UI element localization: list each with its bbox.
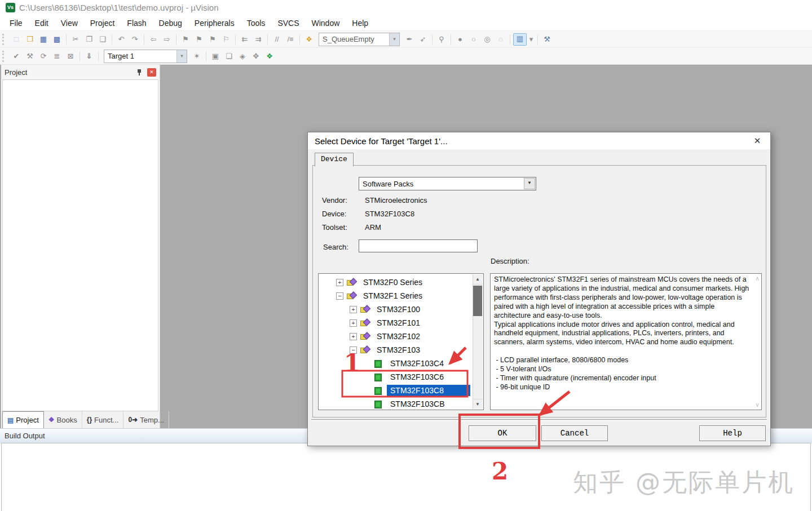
tree-item[interactable]: STM32F103C8 [319,384,473,397]
scroll-down-icon[interactable]: ▼ [473,399,482,409]
find-in-files-icon[interactable]: ✒ [403,34,416,45]
help-button[interactable]: Help [699,425,766,441]
new-file-icon[interactable]: □ [10,34,23,45]
insert-breakpoint-icon[interactable]: ● [454,34,466,45]
chevron-down-icon[interactable]: ▼ [176,50,187,63]
tab-project[interactable]: ▤ Project [2,411,44,428]
tab-books[interactable]: ❖ Books [44,411,82,428]
menu-item[interactable]: SVCS [271,16,305,30]
tree-expander-icon[interactable]: + [350,319,357,327]
open-folder-icon[interactable]: ❒ [24,34,36,45]
configure-flash-icon[interactable]: ❖ [303,34,315,45]
chevron-down-icon[interactable]: ▼ [389,33,399,46]
cancel-button[interactable]: Cancel [541,425,608,441]
download-icon[interactable]: ⇓ [83,51,95,62]
enable-breakpoint-icon[interactable]: ○ [467,34,480,45]
tree-item-label[interactable]: STM32F0 Series [360,277,426,288]
scroll-up-icon[interactable]: ▲ [473,274,482,285]
scroll-down-icon[interactable]: ∨ [755,401,760,408]
tree-item-label[interactable]: STM32F103C4 [387,358,447,369]
save-icon[interactable]: ▦ [37,34,50,45]
tree-scrollbar[interactable]: ▲ ▼ [473,274,483,409]
clear-bookmarks-icon[interactable]: ⚐ [220,34,232,45]
menu-item[interactable]: File [3,16,29,30]
tree-item-label[interactable]: STM32F103 [373,344,423,356]
tree-item-label[interactable]: STM32F103CB [387,398,448,409]
paste-icon[interactable]: ❑ [96,34,109,45]
find-icon[interactable]: ⚲ [435,34,448,45]
menu-item[interactable]: Edit [29,16,55,30]
tree-expander-icon[interactable]: − [350,346,357,354]
previous-bookmark-icon[interactable]: ⚑ [193,34,205,45]
translate-file-icon[interactable]: ✔ [10,51,23,62]
disable-all-breakpoints-icon[interactable]: ◎ [481,34,493,45]
toolbar-grip[interactable] [2,34,7,45]
tree-item[interactable]: + STM32F101 [319,316,473,330]
target-combobox[interactable]: Target 1 ▼ [104,50,187,63]
tab-templates[interactable]: 0➜ Temp... [123,411,169,428]
options-for-target-icon[interactable]: ✶ [191,51,203,62]
save-all-icon[interactable]: ▩ [51,34,63,45]
tree-expander-icon[interactable]: + [350,333,357,340]
scroll-up-icon[interactable]: ∧ [755,275,760,282]
indent-icon[interactable]: ⇉ [252,34,264,45]
tab-device[interactable]: Device [315,153,354,167]
tree-item-label[interactable]: STM32F102 [373,331,423,342]
kill-all-breakpoints-icon[interactable]: ◌ [495,34,507,45]
pack-installer-icon[interactable]: ❖ [263,51,276,62]
menu-item[interactable]: Peripherals [188,16,241,30]
stop-build-icon[interactable]: ⊠ [64,51,77,62]
copy-icon[interactable]: ❐ [83,34,95,45]
uncomment-selection-icon[interactable]: /≡ [284,34,297,45]
navigate-back-icon[interactable]: ⇦ [147,34,160,45]
menu-item[interactable]: Tools [241,16,272,30]
chevron-down-icon[interactable]: ▼ [524,178,535,189]
tree-item[interactable]: + STM32F0 Series [319,276,473,289]
menu-item[interactable]: Window [306,16,346,30]
build-icon[interactable]: ⚒ [24,51,36,62]
menu-item[interactable]: Help [346,16,374,30]
tree-item[interactable]: STM32F103C6 [319,370,473,384]
pin-icon[interactable] [136,68,143,77]
symbol-combobox[interactable]: S_QueueEmpty ▼ [319,33,400,46]
tree-item-label[interactable]: STM32F103C6 [387,371,447,383]
project-window-toggle-icon[interactable]: ▥ [513,33,527,46]
edit-components-icon[interactable]: ▣ [209,51,222,62]
insert-bookmark-icon[interactable]: ⚑ [179,34,192,45]
comment-selection-icon[interactable]: // [271,34,283,45]
tree-item-label[interactable]: STM32F101 [373,317,423,328]
close-icon[interactable]: ✕ [147,68,156,77]
unindent-icon[interactable]: ⇇ [239,34,251,45]
tree-item[interactable]: STM32F103C4 [319,357,473,370]
next-bookmark-icon[interactable]: ⚑ [206,34,219,45]
close-icon[interactable]: ✕ [751,136,764,146]
tree-expander-icon[interactable]: − [336,292,343,300]
select-software-packs-icon[interactable]: ✥ [250,51,262,62]
goto-definition-icon[interactable]: ➶ [417,34,429,45]
menu-item[interactable]: View [55,16,84,30]
tab-functions[interactable]: {} Funct... [82,411,124,428]
ok-button[interactable]: OK [469,425,536,441]
undo-icon[interactable]: ↶ [115,34,127,45]
batch-build-icon[interactable]: ≣ [51,51,63,62]
tree-item[interactable]: STM32F103CB [319,397,473,409]
runtime-environment-icon[interactable]: ◈ [236,51,249,62]
rebuild-all-icon[interactable]: ⟳ [37,51,50,62]
cut-icon[interactable]: ✂ [69,34,82,45]
manage-multiproject-icon[interactable]: ❏ [223,51,235,62]
tree-expander-icon[interactable]: + [336,279,343,286]
tree-item[interactable]: + STM32F100 [319,303,473,316]
menu-item[interactable]: Flash [121,16,152,30]
menu-item[interactable]: Project [84,16,121,30]
menu-item[interactable]: Debug [153,16,188,30]
tree-item[interactable]: − STM32F1 Series [319,289,473,303]
configuration-wrench-icon[interactable]: ⚒ [541,34,553,45]
scrollbar-thumb[interactable] [473,286,482,316]
window-list-dropdown-icon[interactable]: ▾ [528,34,535,45]
tree-item-label[interactable]: STM32F1 Series [360,290,426,301]
search-input[interactable] [359,239,478,252]
software-packs-select[interactable]: Software Packs ▼ [359,177,536,190]
toolbar-grip[interactable] [2,51,7,62]
tree-item-label[interactable]: STM32F100 [373,304,423,315]
project-tree-area[interactable] [2,79,158,411]
